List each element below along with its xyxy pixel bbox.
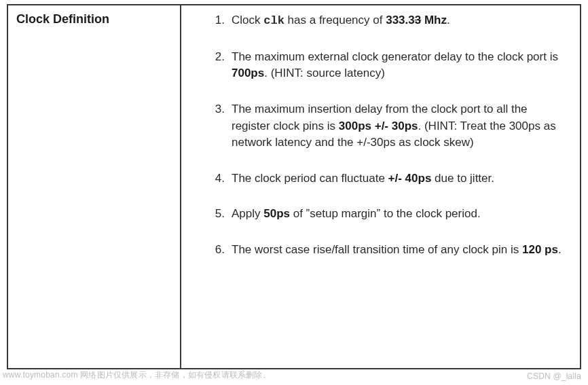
- text: The worst case rise/fall transition time…: [232, 243, 522, 256]
- row-heading: Clock Definition: [16, 12, 172, 26]
- bold-text: +/- 40ps: [388, 172, 432, 185]
- text: The maximum external clock generator del…: [232, 50, 558, 63]
- list-item: Clock clk has a frequency of 333.33 Mhz.: [187, 12, 568, 30]
- text: of ”setup margin” to the clock period.: [290, 207, 481, 220]
- strike-text: 3: [415, 14, 421, 26]
- text: has a frequency of: [284, 14, 386, 26]
- list-item: The maximum external clock generator del…: [187, 49, 568, 82]
- text: .: [558, 243, 562, 256]
- text: Clock: [232, 14, 263, 26]
- list-item: The clock period can fluctuate +/- 40ps …: [187, 170, 568, 187]
- bold-text: 700ps: [232, 67, 264, 79]
- text: Apply: [232, 207, 263, 220]
- list-item: Apply 50ps of ”setup margin” to the cloc…: [187, 206, 568, 223]
- watermark-right: CSDN @_lalla: [527, 371, 581, 381]
- right-column: Clock clk has a frequency of 333.33 Mhz.…: [181, 5, 580, 368]
- definition-table: Clock Definition Clock clk has a frequen…: [7, 4, 581, 369]
- bold-text: 120 ps: [522, 243, 558, 256]
- text: The clock period can fluctuate: [232, 172, 388, 185]
- bold-text: 333.3: [386, 14, 415, 26]
- watermark-left: www.toymoban.com 网络图片仅供展示，非存储，如有侵权请联系删除。: [3, 369, 271, 381]
- list-item: The maximum insertion delay from the clo…: [187, 101, 568, 151]
- text: due to jitter.: [431, 172, 494, 185]
- code-text: clk: [263, 14, 284, 27]
- definition-list: Clock clk has a frequency of 333.33 Mhz.…: [187, 12, 568, 259]
- left-column: Clock Definition: [8, 5, 181, 368]
- list-item: The worst case rise/fall transition time…: [187, 242, 568, 259]
- bold-text: 50ps: [263, 207, 290, 220]
- bold-text: Mhz: [421, 14, 447, 26]
- bold-text: 300ps +/- 30ps: [339, 120, 418, 132]
- text: .: [447, 14, 450, 26]
- text: . (HINT: source latency): [264, 67, 385, 79]
